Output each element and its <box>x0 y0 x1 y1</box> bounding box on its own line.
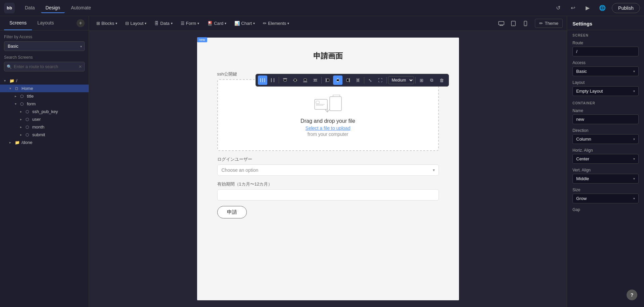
globe-icon[interactable]: 🌐 <box>597 3 608 13</box>
theme-button[interactable]: ✏ Theme <box>535 19 563 28</box>
top-actions: ↺ ↩ ▶ 🌐 Publish <box>553 3 640 13</box>
tree-item-month[interactable]: ▸ ⬡ month <box>0 123 89 131</box>
search-input[interactable] <box>4 62 85 71</box>
direction-select[interactable]: Column ▾ <box>572 134 639 144</box>
float-align-top2-button[interactable] <box>353 75 363 85</box>
float-align-bottom-button[interactable] <box>301 75 310 85</box>
drop-sub-text: from your computer <box>308 132 348 137</box>
settings-title: Settings <box>567 16 644 30</box>
float-align-left-button[interactable] <box>323 75 332 85</box>
tree-label-month: month <box>32 124 44 130</box>
size-select[interactable]: Grow ▾ <box>572 194 639 203</box>
float-distribute-button[interactable] <box>311 75 320 85</box>
left-sidebar: Screens Layouts + Filter by Access Basic… <box>0 16 89 307</box>
float-align-right-button[interactable] <box>343 75 353 85</box>
component-icon-user: ⬡ <box>26 117 31 122</box>
gap-label: Gap <box>572 207 639 212</box>
tree-item-title[interactable]: ▸ ⬡ title <box>0 92 89 100</box>
mobile-view-button[interactable] <box>520 19 531 28</box>
right-panel: Settings SCREEN Route Access Basic ▾ Lay… <box>567 16 644 307</box>
play-icon[interactable]: ▶ <box>582 3 593 13</box>
file-drop-zone[interactable]: Drag and drop your file Select a file to… <box>217 79 439 151</box>
svg-rect-21 <box>314 80 316 81</box>
tree-arrow-done: ▸ <box>9 141 15 144</box>
tree-item-form[interactable]: ▾ ⬡ form <box>0 100 89 108</box>
form-arrow-icon: ▾ <box>197 21 199 25</box>
form-menu[interactable]: ☰ Form ▾ <box>177 19 202 28</box>
tree-label-done: /done <box>21 140 33 145</box>
tree-item-done[interactable]: ▸ 📁 /done <box>0 139 89 146</box>
tree-item-submit[interactable]: ▸ ⬡ submit <box>0 131 89 139</box>
access-arrow-icon: ▾ <box>633 69 635 73</box>
filter-label: Filter by Access <box>4 35 85 39</box>
validity-input[interactable] <box>217 189 439 201</box>
component-icon-month: ⬡ <box>26 125 31 130</box>
publish-button[interactable]: Publish <box>612 3 640 13</box>
refresh-icon[interactable]: ↺ <box>553 3 563 13</box>
vert-align-row: Vert. Align Middle ▾ <box>567 166 644 186</box>
tree-item-ssh[interactable]: ▸ ⬡ ssh_pub_key <box>0 108 89 115</box>
page-icon-home: 🗋 <box>15 86 20 91</box>
chart-menu[interactable]: 📊 Chart ▾ <box>231 19 258 28</box>
svg-point-5 <box>513 25 514 25</box>
nav-tab-data[interactable]: Data <box>20 3 40 13</box>
tree-item-home[interactable]: ▾ 🗋 Home <box>0 85 89 92</box>
blocks-menu[interactable]: ⊞ Blocks ▾ <box>93 19 121 28</box>
name-input[interactable] <box>572 114 639 124</box>
float-toolbar: ⤡ ⛶ Medium ⊞ ⧉ 🗑 <box>256 74 449 87</box>
user-select[interactable]: Choose an option <box>217 164 439 176</box>
canvas-frame: new <box>197 38 459 300</box>
tree-arrow-user: ▸ <box>20 117 26 121</box>
svg-rect-14 <box>284 79 286 81</box>
tab-screens[interactable]: Screens <box>4 16 32 30</box>
clear-search-icon[interactable]: ✕ <box>79 64 82 69</box>
layout-menu[interactable]: ⊟ Layout ▾ <box>122 19 150 28</box>
float-delete-button[interactable]: 🗑 <box>437 75 447 85</box>
float-divider-1 <box>279 77 279 84</box>
folder-icon-done: 📁 <box>15 140 20 145</box>
route-input[interactable] <box>572 47 639 56</box>
app-logo: bb <box>4 3 15 13</box>
drop-link[interactable]: Select a file to upload <box>306 125 351 131</box>
main-nav-tabs: Data Design Automate <box>20 3 96 13</box>
nav-tab-design[interactable]: Design <box>41 3 65 13</box>
tablet-view-button[interactable] <box>508 19 519 28</box>
canvas-area: ⊞ Blocks ▾ ⊟ Layout ▾ 🗄 Data ▾ ☰ Form ▾ … <box>89 16 567 307</box>
direction-arrow-icon: ▾ <box>633 137 635 141</box>
filter-section: Filter by Access Basic ▾ <box>0 31 89 55</box>
float-copy-button[interactable]: ⧉ <box>427 75 436 85</box>
vert-align-select[interactable]: Middle ▾ <box>572 174 639 184</box>
add-screen-button[interactable]: + <box>77 19 85 27</box>
float-align-hcenter-button[interactable] <box>333 75 342 85</box>
undo-icon[interactable]: ↩ <box>567 3 578 13</box>
float-shrink-button[interactable]: ⤡ <box>366 75 375 85</box>
submit-button[interactable]: 申請 <box>217 206 247 218</box>
tree-item-root[interactable]: ▾ 📁 / <box>0 77 89 85</box>
desktop-view-button[interactable] <box>496 19 507 28</box>
float-align-center-button[interactable] <box>290 75 300 85</box>
access-filter-select[interactable]: Basic <box>4 41 85 51</box>
tree-arrow-home: ▾ <box>9 87 15 90</box>
float-col3-button[interactable] <box>258 75 267 85</box>
login-user-label: ログインユーザー <box>217 156 439 162</box>
float-grid-button[interactable]: ⊞ <box>417 75 426 85</box>
card-menu[interactable]: 🎴 Card ▾ <box>204 19 230 28</box>
horiz-align-select[interactable]: Center ▾ <box>572 154 639 164</box>
float-align-top-button[interactable] <box>280 75 290 85</box>
nav-tab-automate[interactable]: Automate <box>66 3 96 13</box>
svg-rect-25 <box>336 79 339 81</box>
component-icon-ssh: ⬡ <box>26 109 31 114</box>
form-icon: ☰ <box>181 21 185 26</box>
tab-layouts[interactable]: Layouts <box>32 16 59 30</box>
tree-label-home: Home <box>21 86 33 91</box>
data-menu[interactable]: 🗄 Data ▾ <box>151 19 176 28</box>
layout-arrow-icon: ▾ <box>633 89 635 93</box>
access-select[interactable]: Basic ▾ <box>572 66 639 76</box>
layout-select[interactable]: Empty Layout ▾ <box>572 86 639 96</box>
float-expand-button[interactable]: ⛶ <box>376 75 385 85</box>
float-col2-button[interactable] <box>268 75 277 85</box>
help-button[interactable]: ? <box>627 290 637 300</box>
float-size-select[interactable]: Medium <box>388 76 414 84</box>
tree-item-user[interactable]: ▸ ⬡ user <box>0 115 89 123</box>
elements-menu[interactable]: ✏ Elements ▾ <box>260 19 292 28</box>
